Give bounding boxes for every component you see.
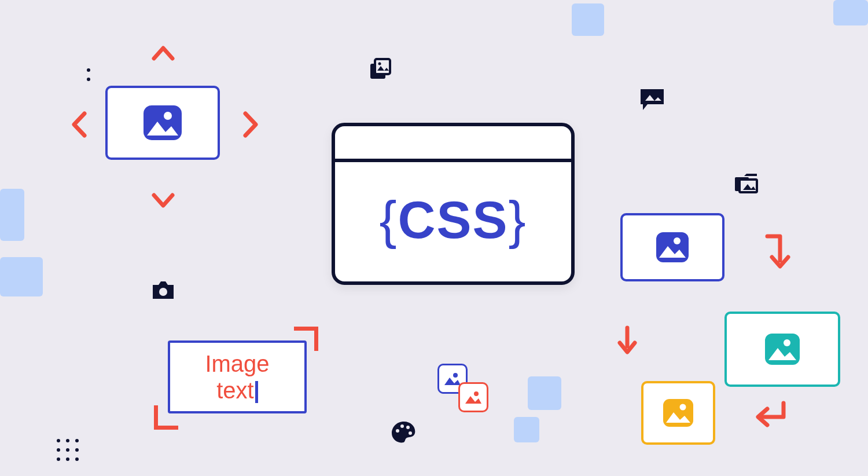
css-label: {CSS} bbox=[335, 162, 571, 278]
decor-square bbox=[514, 417, 539, 442]
text-cursor bbox=[255, 381, 258, 403]
svg-point-12 bbox=[453, 373, 458, 378]
chevron-up-icon bbox=[152, 37, 175, 68]
folder-image-icon bbox=[734, 171, 762, 198]
dots-icon bbox=[87, 63, 90, 87]
svg-point-8 bbox=[406, 426, 410, 429]
chevron-right-icon bbox=[242, 111, 259, 144]
svg-point-13 bbox=[474, 391, 479, 396]
svg-rect-1 bbox=[375, 59, 390, 74]
decor-square bbox=[833, 0, 868, 25]
picture-icon bbox=[655, 231, 690, 263]
picture-icon-small bbox=[458, 382, 488, 412]
image-frame bbox=[724, 312, 840, 387]
dots-grid-icon bbox=[57, 439, 80, 462]
image-frame bbox=[641, 381, 715, 445]
photo-stack-icon bbox=[369, 58, 395, 86]
svg-point-5 bbox=[159, 288, 167, 296]
decor-square bbox=[0, 257, 43, 296]
image-frame bbox=[620, 213, 724, 281]
arrow-turn-down-icon bbox=[764, 233, 794, 277]
svg-point-19 bbox=[680, 404, 686, 411]
image-frame bbox=[105, 86, 220, 160]
svg-point-15 bbox=[674, 237, 681, 244]
svg-point-2 bbox=[378, 63, 381, 65]
css-window: {CSS} bbox=[332, 123, 575, 285]
svg-point-6 bbox=[396, 429, 399, 433]
arrow-down-icon bbox=[616, 325, 638, 358]
chevron-down-icon bbox=[152, 184, 175, 215]
decor-square bbox=[528, 376, 561, 410]
svg-point-9 bbox=[409, 431, 412, 435]
picture-icon bbox=[662, 398, 694, 428]
window-titlebar bbox=[335, 126, 571, 162]
svg-rect-14 bbox=[656, 232, 689, 262]
image-text-line1: Image bbox=[205, 350, 269, 377]
decor-square bbox=[572, 3, 604, 36]
svg-point-17 bbox=[784, 339, 790, 346]
camera-icon bbox=[150, 279, 176, 303]
image-text-frame: Image text bbox=[168, 340, 307, 413]
picture-icon bbox=[764, 332, 801, 366]
arrow-return-left-icon bbox=[752, 400, 789, 434]
decor-square bbox=[0, 189, 24, 241]
picture-icon bbox=[142, 104, 183, 141]
image-text-line2: text bbox=[216, 377, 258, 404]
chat-image-icon bbox=[639, 88, 667, 116]
chevron-left-icon bbox=[71, 111, 88, 144]
palette-icon bbox=[391, 420, 417, 447]
svg-point-7 bbox=[400, 424, 404, 428]
svg-point-11 bbox=[164, 112, 172, 120]
